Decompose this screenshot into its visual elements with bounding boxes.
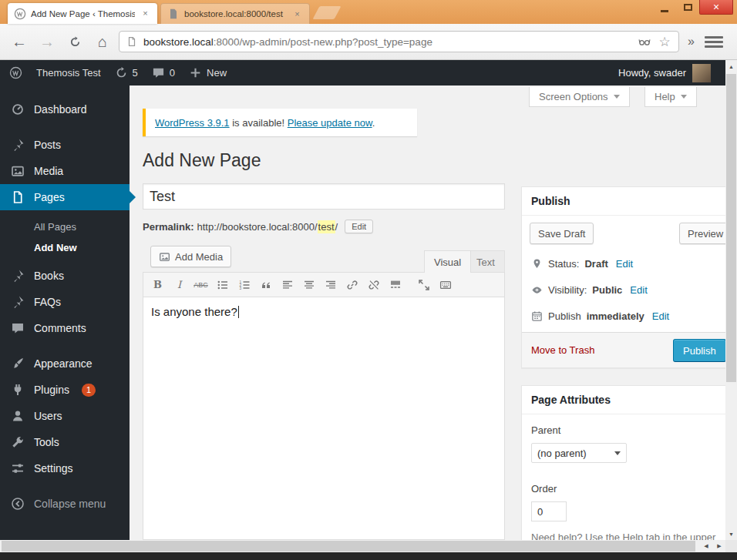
updates-link[interactable]: 5 <box>115 66 138 79</box>
page-attributes-box: Page Attributes Parent (no parent) Order… <box>521 385 737 540</box>
editor-text-area[interactable]: Is anyone there? <box>143 297 504 327</box>
site-name-link[interactable]: Themosis Test <box>36 67 101 79</box>
sidebar-item-settings[interactable]: Settings <box>0 455 130 481</box>
browser-tab-active[interactable]: Add New Page ‹ Themosis × <box>8 3 157 24</box>
wp-admin-bar: Themosis Test 5 0 New Howdy, swader <box>0 60 737 86</box>
reload-button[interactable] <box>63 30 86 53</box>
sidebar-item-dashboard[interactable]: Dashboard <box>0 96 130 122</box>
blockquote-icon[interactable] <box>255 275 276 294</box>
browser-menu-icon[interactable] <box>705 36 723 48</box>
sidebar-item-posts[interactable]: Posts <box>0 132 130 158</box>
window-controls: × <box>653 0 733 15</box>
italic-icon[interactable]: I <box>169 275 190 294</box>
browser-tab-inactive[interactable]: bookstore.local:8000/test × <box>160 3 310 24</box>
tab-close-icon[interactable]: × <box>291 8 303 20</box>
wp-admin-menu: Dashboard Posts Media Pages All Pages Ad… <box>0 86 130 540</box>
bullet-list-icon[interactable] <box>212 275 233 294</box>
publish-box-title[interactable]: Publish <box>522 187 736 216</box>
page-security-icon[interactable] <box>126 35 137 48</box>
scroll-up-arrow[interactable]: ▲ <box>725 60 737 72</box>
scroll-left-arrow[interactable]: ◀ <box>700 540 712 552</box>
align-right-icon[interactable] <box>320 275 341 294</box>
tab-text[interactable]: Text <box>466 250 505 273</box>
permalink-slug: test <box>318 220 335 233</box>
chevron-down-icon <box>681 95 687 99</box>
close-button[interactable]: × <box>699 0 733 15</box>
browser-window: Add New Page ‹ Themosis × bookstore.loca… <box>0 0 737 560</box>
minimize-button[interactable] <box>653 0 676 15</box>
edit-status-link[interactable]: Edit <box>616 258 633 270</box>
pages-submenu: All Pages Add New <box>0 210 130 263</box>
screen-options-tab[interactable]: Screen Options <box>529 87 630 107</box>
unlink-icon[interactable] <box>363 275 384 294</box>
update-version-link[interactable]: WordPress 3.9.1 <box>155 117 230 129</box>
sidebar-item-all-pages[interactable]: All Pages <box>0 216 130 237</box>
current-menu-arrow <box>130 191 136 203</box>
status-pin-icon <box>531 258 543 270</box>
update-now-link[interactable]: Please update now <box>288 117 372 129</box>
back-button[interactable]: ← <box>8 30 31 53</box>
scroll-down-arrow[interactable]: ▼ <box>725 528 737 540</box>
collapse-menu-button[interactable]: Collapse menu <box>0 491 130 517</box>
move-to-trash-link[interactable]: Move to Trash <box>531 344 594 356</box>
window-titlebar: Add New Page ‹ Themosis × bookstore.loca… <box>0 0 737 24</box>
vertical-scrollbar-thumb[interactable] <box>726 74 736 382</box>
forward-button[interactable]: → <box>35 30 59 53</box>
link-icon[interactable] <box>342 275 362 294</box>
sidebar-item-pages[interactable]: Pages <box>0 184 130 210</box>
sidebar-item-add-new[interactable]: Add New <box>0 237 130 258</box>
horizontal-scrollbar-thumb[interactable] <box>2 541 695 552</box>
new-tab-button[interactable] <box>312 6 341 19</box>
bookmark-star-icon[interactable]: ☆ <box>658 35 671 49</box>
window-bottom-border <box>0 552 737 560</box>
scroll-right-arrow[interactable]: ▶ <box>713 540 725 552</box>
sidebar-item-comments[interactable]: Comments <box>0 315 130 341</box>
align-center-icon[interactable] <box>298 275 319 294</box>
edit-visibility-link[interactable]: Edit <box>630 284 647 296</box>
new-content-link[interactable]: New <box>189 66 227 79</box>
editor-toolbar: B I ABC 123 <box>143 273 504 297</box>
status-row: Status: Draft Edit <box>531 258 633 270</box>
toolbar-overflow-icon[interactable]: » <box>684 35 698 49</box>
post-title-input[interactable] <box>143 183 505 210</box>
tab-title: bookstore.local:8000/test <box>184 9 287 18</box>
wordpress-logo-icon[interactable] <box>9 66 22 79</box>
tab-visual[interactable]: Visual <box>424 250 471 273</box>
align-left-icon[interactable] <box>277 275 298 294</box>
maximize-button[interactable] <box>676 0 699 15</box>
address-bar[interactable]: bookstore.local:8000/wp-admin/post-new.p… <box>119 31 679 52</box>
tab-close-icon[interactable]: × <box>140 8 151 19</box>
admin-content: Screen Options Help WordPress 3.9.1 is a… <box>130 86 737 540</box>
sidebar-item-books[interactable]: Books <box>0 263 130 289</box>
bold-icon[interactable]: B <box>147 275 168 294</box>
account-menu[interactable]: Howdy, swader <box>618 64 711 82</box>
page-attributes-title[interactable]: Page Attributes <box>522 386 736 414</box>
sidebar-item-media[interactable]: Media <box>0 158 130 184</box>
chevron-down-icon <box>614 451 621 455</box>
sidebar-item-plugins[interactable]: Plugins 1 <box>0 377 130 403</box>
preview-button[interactable]: Preview <box>679 223 732 244</box>
sidebar-item-appearance[interactable]: Appearance <box>0 350 130 377</box>
reader-glasses-icon[interactable] <box>638 35 651 49</box>
order-input[interactable] <box>531 501 567 521</box>
publish-button[interactable]: Publish <box>673 339 726 362</box>
add-media-button[interactable]: Add Media <box>150 246 231 267</box>
edit-permalink-button[interactable]: Edit <box>345 220 373 233</box>
calendar-icon <box>531 310 543 322</box>
horizontal-scrollbar: ◀ ▶ <box>0 540 725 552</box>
save-draft-button[interactable]: Save Draft <box>530 223 594 244</box>
comments-link[interactable]: 0 <box>152 66 175 79</box>
parent-select[interactable]: (no parent) <box>531 443 627 463</box>
sidebar-item-faqs[interactable]: FAQs <box>0 289 130 315</box>
sidebar-item-users[interactable]: Users <box>0 403 130 429</box>
strikethrough-icon[interactable]: ABC <box>190 275 211 294</box>
home-button[interactable]: ⌂ <box>91 30 114 53</box>
help-tab[interactable]: Help <box>644 87 697 107</box>
numbered-list-icon[interactable]: 123 <box>234 275 254 294</box>
sidebar-item-tools[interactable]: Tools <box>0 429 130 455</box>
edit-schedule-link[interactable]: Edit <box>652 310 669 322</box>
fullscreen-icon[interactable] <box>413 275 434 294</box>
more-tag-icon[interactable] <box>385 275 406 294</box>
pushpin-icon <box>9 269 26 283</box>
kitchen-sink-icon[interactable] <box>435 275 456 294</box>
